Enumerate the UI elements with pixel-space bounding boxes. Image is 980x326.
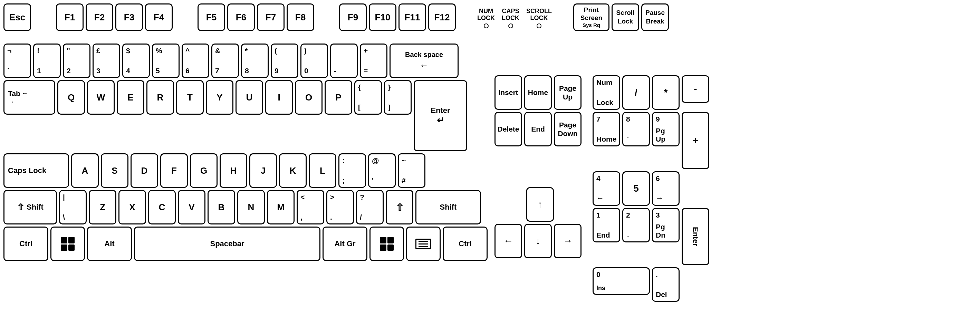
page-down-key[interactable]: Page Down [554,112,582,146]
altgr-key[interactable]: Alt Gr [323,227,368,261]
b-key[interactable]: B [208,190,235,224]
num5-key[interactable]: 5 [622,171,650,206]
z-key[interactable]: Z [89,190,116,224]
f6-key[interactable]: F6 [227,3,255,31]
f2-key[interactable]: F2 [86,3,113,31]
right-arrow-key[interactable]: → [554,224,582,258]
num9-key[interactable]: 9Pg Up [652,112,679,146]
f7-key[interactable]: F7 [257,3,285,31]
numpad-minus-key[interactable]: - [682,75,709,103]
tab-key[interactable]: Tab ← → [3,80,55,114]
j-key[interactable]: J [249,153,277,188]
right-win-key[interactable] [369,227,404,261]
f10-key[interactable]: F10 [369,3,396,31]
1-key[interactable]: !1 [33,43,61,78]
right-ctrl-key[interactable]: Ctrl [443,227,488,261]
p-key[interactable]: P [325,80,352,114]
8-key[interactable]: *8 [241,43,269,78]
num8-key[interactable]: 8↑ [622,112,650,146]
numdecimal-key[interactable]: .Del [652,267,679,302]
h-key[interactable]: H [220,153,247,188]
2-key[interactable]: "2 [63,43,91,78]
u-key[interactable]: U [235,80,263,114]
3-key[interactable]: £3 [92,43,120,78]
numpad-plus-key[interactable]: + [682,112,709,169]
pipe-key[interactable]: |\ [59,190,87,224]
right-shift-key[interactable]: Shift [415,190,481,224]
period-key[interactable]: >. [326,190,354,224]
v-key[interactable]: V [178,190,205,224]
f4-key[interactable]: F4 [145,3,173,31]
up-arrow-key[interactable]: ↑ [526,187,554,222]
5-key[interactable]: %5 [152,43,180,78]
rshift-arrow-key[interactable]: ⇧ [386,190,413,224]
f3-key[interactable]: F3 [115,3,143,31]
f5-key[interactable]: F5 [197,3,225,31]
i-key[interactable]: I [265,80,293,114]
slash-key[interactable]: ?/ [356,190,383,224]
o-key[interactable]: O [295,80,323,114]
numpad-enter-key[interactable]: Enter [682,208,709,265]
backspace-key[interactable]: Back space ← [390,43,458,78]
lbracket-key[interactable]: {[ [354,80,382,114]
backtick-key[interactable]: ¬ ` [3,43,31,78]
x-key[interactable]: X [118,190,146,224]
left-ctrl-key[interactable]: Ctrl [3,227,48,261]
spacebar-key[interactable]: Spacebar [134,227,320,261]
w-key[interactable]: W [87,80,115,114]
scroll-lock-key[interactable]: Scroll Lock [612,3,639,31]
a-key[interactable]: A [71,153,99,188]
f1-key[interactable]: F1 [56,3,84,31]
semicolon-key[interactable]: :; [339,153,366,188]
left-arrow-key[interactable]: ← [495,224,522,258]
page-up-key[interactable]: Page Up [554,75,582,110]
f12-key[interactable]: F12 [428,3,456,31]
rbracket-key[interactable]: }] [384,80,412,114]
menu-key[interactable] [406,227,441,261]
home-key[interactable]: Home [524,75,552,110]
caps-lock-key[interactable]: Caps Lock [3,153,69,188]
print-screen-key[interactable]: Print Screen Sys Rq [573,3,609,31]
alt-key[interactable]: Alt [87,227,132,261]
k-key[interactable]: K [279,153,307,188]
0-key[interactable]: )0 [301,43,328,78]
d-key[interactable]: D [130,153,158,188]
n-key[interactable]: N [237,190,265,224]
num1-key[interactable]: 1End [593,208,620,242]
num7-key[interactable]: 7Home [593,112,620,146]
f9-key[interactable]: F9 [339,3,367,31]
num3-key[interactable]: 3Pg Dn [652,208,679,242]
numpad-divide-key[interactable]: / [622,75,650,110]
g-key[interactable]: G [190,153,218,188]
comma-key[interactable]: <, [297,190,324,224]
m-key[interactable]: M [267,190,294,224]
c-key[interactable]: C [148,190,176,224]
num4-key[interactable]: 4← [593,171,620,206]
insert-key[interactable]: Insert [495,75,522,110]
f11-key[interactable]: F11 [398,3,426,31]
numlock-key[interactable]: Num Lock [593,75,620,110]
6-key[interactable]: ^6 [181,43,209,78]
minus-key[interactable]: _- [330,43,358,78]
num6-key[interactable]: 6→ [652,171,679,206]
enter-key[interactable]: Enter ↵ [414,80,467,151]
numpad-multiply-key[interactable]: * [652,75,679,110]
l-key[interactable]: L [309,153,336,188]
9-key[interactable]: (9 [271,43,298,78]
down-arrow-key[interactable]: ↓ [524,224,552,258]
7-key[interactable]: &7 [212,43,239,78]
s-key[interactable]: S [101,153,129,188]
left-win-key[interactable] [51,227,85,261]
f-key[interactable]: F [160,153,188,188]
quote-key[interactable]: @' [368,153,396,188]
4-key[interactable]: $4 [122,43,150,78]
left-shift-key[interactable]: ⇧ Shift [3,190,57,224]
y-key[interactable]: Y [206,80,234,114]
hash-key[interactable]: ~# [398,153,425,188]
pause-break-key[interactable]: Pause Break [641,3,669,31]
esc-key[interactable]: Esc [3,3,31,31]
f8-key[interactable]: F8 [286,3,314,31]
num0-key[interactable]: 0 Ins [593,267,650,295]
end-key[interactable]: End [524,112,552,146]
delete-key[interactable]: Delete [495,112,522,146]
